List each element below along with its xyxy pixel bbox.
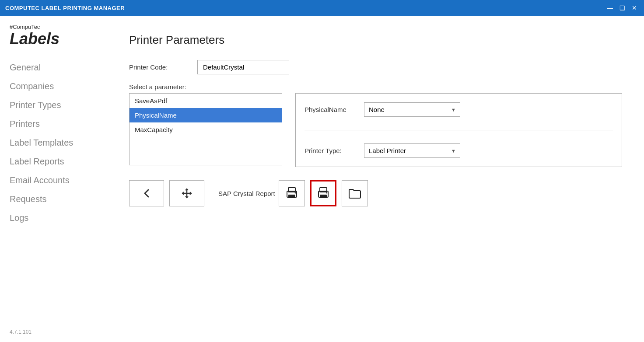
printer-type-row: Printer Type: Label Printer PDF Printer …	[304, 143, 613, 158]
sidebar: #CompuTec Labels General Companies Print…	[0, 16, 107, 342]
printer-code-input[interactable]	[197, 60, 289, 74]
svg-rect-7	[320, 195, 327, 198]
sidebar-item-label-reports[interactable]: Label Reports	[0, 152, 107, 171]
sidebar-item-email-accounts[interactable]: Email Accounts	[0, 171, 107, 190]
physical-name-row: PhysicalName None Option1 Option2	[304, 102, 613, 117]
svg-point-9	[326, 192, 327, 194]
app-title: COMPUTEC LABEL PRINTING MANAGER	[5, 5, 125, 11]
physical-name-label: PhysicalName	[304, 106, 357, 113]
content-area: Printer Parameters Printer Code: Select …	[107, 16, 644, 342]
sidebar-item-label-templates[interactable]: Label Templates	[0, 133, 107, 152]
physical-name-select[interactable]: None Option1 Option2	[364, 102, 460, 117]
window-controls: — ❑ ✕	[606, 3, 639, 12]
print-highlighted-button[interactable]	[310, 180, 336, 206]
move-button[interactable]	[169, 180, 204, 206]
sap-crystal-print-button[interactable]	[279, 180, 305, 206]
select-param-label: Select a parameter:	[129, 83, 190, 91]
printer-code-row: Printer Code:	[129, 60, 622, 74]
logo-name: Labels	[10, 30, 97, 48]
svg-rect-3	[288, 195, 295, 198]
sidebar-logo: #CompuTec Labels	[0, 16, 107, 58]
sidebar-item-printers[interactable]: Printers	[0, 115, 107, 133]
logo-hashtag: #CompuTec	[10, 24, 97, 30]
param-item-save-as-pdf[interactable]: SaveAsPdf	[130, 94, 282, 108]
sidebar-nav: General Companies Printer Types Printers…	[0, 58, 107, 227]
sidebar-item-logs[interactable]: Logs	[0, 209, 107, 227]
physical-name-select-wrapper: None Option1 Option2	[364, 102, 460, 117]
param-item-physical-name[interactable]: PhysicalName	[130, 108, 282, 122]
back-arrow-icon	[140, 187, 153, 199]
panel-divider	[304, 130, 613, 130]
close-button[interactable]: ✕	[630, 3, 639, 12]
move-icon	[181, 187, 193, 199]
page-title: Printer Parameters	[129, 33, 622, 47]
app-body: #CompuTec Labels General Companies Print…	[0, 16, 644, 342]
sidebar-item-requests[interactable]: Requests	[0, 190, 107, 209]
sidebar-item-companies[interactable]: Companies	[0, 77, 107, 96]
right-panel: PhysicalName None Option1 Option2 Printe…	[295, 93, 622, 167]
param-item-max-capacity[interactable]: MaxCapacity	[130, 122, 282, 137]
printer-type-select-wrapper: Label Printer PDF Printer Crystal Printe…	[364, 143, 460, 158]
printer-type-select[interactable]: Label Printer PDF Printer Crystal Printe…	[364, 143, 460, 158]
sap-crystal-label: SAP Crystal Report	[218, 190, 275, 197]
printer-type-label: Printer Type:	[304, 147, 357, 154]
svg-point-5	[294, 192, 296, 194]
minimize-button[interactable]: —	[606, 3, 614, 12]
maximize-button[interactable]: ❑	[618, 3, 626, 12]
printer-code-label: Printer Code:	[129, 63, 190, 71]
bottom-toolbar: SAP Crystal Report	[129, 180, 622, 206]
folder-icon	[347, 186, 362, 201]
sap-crystal-group: SAP Crystal Report	[218, 180, 305, 206]
select-param-row: Select a parameter:	[129, 83, 622, 91]
back-button[interactable]	[129, 180, 164, 206]
title-bar: COMPUTEC LABEL PRINTING MANAGER — ❑ ✕	[0, 0, 644, 16]
left-panel: SaveAsPdf PhysicalName MaxCapacity	[129, 93, 282, 167]
sidebar-item-general[interactable]: General	[0, 58, 107, 77]
main-layout: SaveAsPdf PhysicalName MaxCapacity Physi…	[129, 93, 622, 167]
sidebar-item-printer-types[interactable]: Printer Types	[0, 96, 107, 115]
parameter-list: SaveAsPdf PhysicalName MaxCapacity	[129, 93, 282, 165]
version-label: 4.7.1.101	[0, 322, 107, 342]
folder-button[interactable]	[342, 180, 368, 206]
print-highlighted-icon	[316, 186, 331, 201]
printer-icon	[284, 186, 299, 201]
